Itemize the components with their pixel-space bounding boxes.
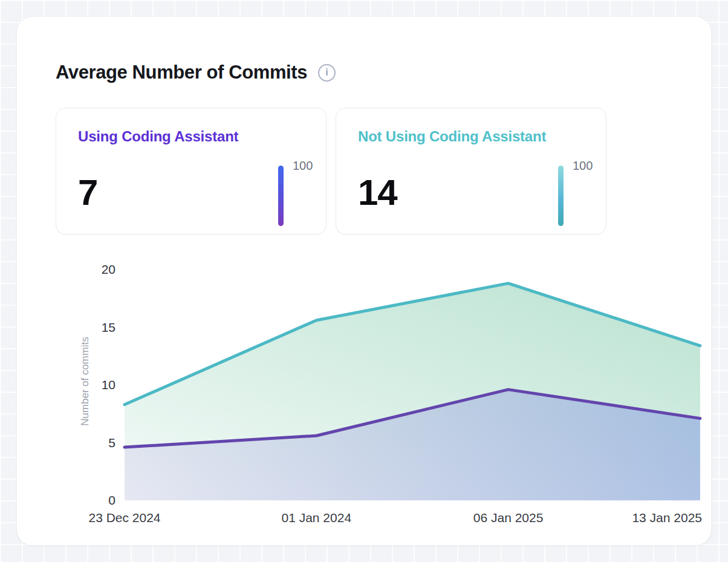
y-tick-label: 0	[108, 493, 115, 507]
page-title: Average Number of Commits	[56, 62, 307, 83]
y-tick-label: 20	[102, 262, 115, 276]
stat-card-using-assistant: Using Coding Assistant 7 100	[56, 108, 327, 234]
y-tick-label: 5	[108, 436, 115, 450]
stat-title: Using Coding Assistant	[78, 128, 238, 145]
x-tick-label: 06 Jan 2025	[473, 511, 544, 525]
x-tick-label: 01 Jan 2024	[281, 511, 351, 525]
stat-title: Not Using Coding Assistant	[358, 128, 546, 145]
x-tick-label: 13 Jan 2025	[632, 511, 702, 525]
commits-card: Average Number of Commits i Using Coding…	[17, 17, 711, 545]
commits-area-chart: 05101520Number of commits23 Dec 202401 J…	[71, 257, 718, 529]
card-header: Average Number of Commits i	[56, 62, 336, 83]
stat-value: 7	[78, 175, 97, 211]
stat-card-not-using-assistant: Not Using Coding Assistant 14 100	[336, 108, 606, 234]
gauge-scale-label: 100	[293, 159, 313, 173]
gauge-bar	[278, 166, 284, 226]
y-tick-label: 15	[102, 320, 115, 334]
x-tick-label: 23 Dec 2024	[88, 511, 160, 525]
info-icon[interactable]: i	[318, 64, 336, 82]
y-tick-label: 10	[102, 378, 115, 392]
gauge-scale-label: 100	[573, 159, 593, 173]
y-axis-title: Number of commits	[79, 337, 91, 425]
stat-value: 14	[358, 175, 397, 211]
gauge-bar	[558, 166, 564, 226]
